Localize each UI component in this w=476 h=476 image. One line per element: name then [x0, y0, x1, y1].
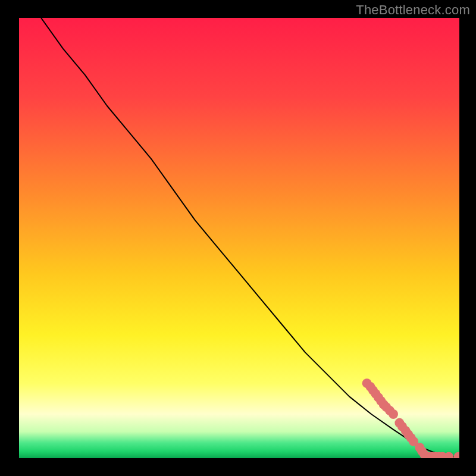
data-point	[444, 452, 453, 462]
data-point	[454, 452, 464, 462]
chart-stage: TheBottleneck.com	[0, 0, 476, 476]
plot-background	[19, 18, 459, 458]
chart-svg	[0, 0, 476, 476]
data-point	[459, 452, 468, 462]
data-point	[389, 409, 398, 419]
